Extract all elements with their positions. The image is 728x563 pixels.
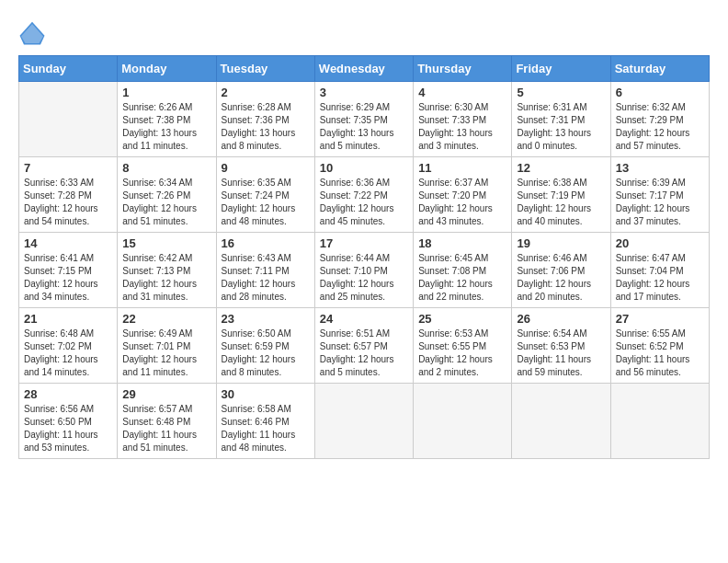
- day-number: 11: [418, 161, 506, 175]
- calendar-cell: 19Sunrise: 6:46 AM Sunset: 7:06 PM Dayli…: [512, 233, 610, 308]
- day-number: 19: [517, 236, 605, 250]
- calendar-cell: 30Sunrise: 6:58 AM Sunset: 6:46 PM Dayli…: [216, 384, 314, 459]
- day-info: Sunrise: 6:38 AM Sunset: 7:19 PM Dayligh…: [517, 177, 605, 228]
- calendar-cell: 17Sunrise: 6:44 AM Sunset: 7:10 PM Dayli…: [314, 233, 413, 308]
- day-number: 25: [418, 312, 506, 326]
- calendar-cell: 23Sunrise: 6:50 AM Sunset: 6:59 PM Dayli…: [216, 308, 314, 384]
- day-number: 16: [222, 236, 310, 250]
- day-number: 15: [122, 236, 210, 250]
- day-info: Sunrise: 6:32 AM Sunset: 7:29 PM Dayligh…: [616, 101, 704, 153]
- day-number: 17: [320, 236, 408, 250]
- calendar-cell: 1Sunrise: 6:26 AM Sunset: 7:38 PM Daylig…: [118, 82, 216, 157]
- day-info: Sunrise: 6:37 AM Sunset: 7:20 PM Dayligh…: [418, 177, 506, 228]
- day-number: 20: [616, 236, 704, 250]
- day-info: Sunrise: 6:33 AM Sunset: 7:28 PM Dayligh…: [24, 177, 112, 228]
- day-info: Sunrise: 6:26 AM Sunset: 7:38 PM Dayligh…: [122, 101, 210, 153]
- day-number: 18: [418, 236, 506, 250]
- day-header-sunday: Sunday: [19, 56, 118, 82]
- day-info: Sunrise: 6:53 AM Sunset: 6:55 PM Dayligh…: [418, 327, 506, 379]
- calendar-cell: 29Sunrise: 6:57 AM Sunset: 6:48 PM Dayli…: [118, 384, 216, 459]
- calendar-cell: 5Sunrise: 6:31 AM Sunset: 7:31 PM Daylig…: [512, 82, 610, 157]
- calendar-cell: 26Sunrise: 6:54 AM Sunset: 6:53 PM Dayli…: [512, 308, 610, 384]
- calendar-cell: 16Sunrise: 6:43 AM Sunset: 7:11 PM Dayli…: [216, 233, 314, 308]
- calendar-cell: 12Sunrise: 6:38 AM Sunset: 7:19 PM Dayli…: [512, 157, 610, 233]
- day-number: 21: [24, 312, 112, 326]
- calendar-cell: 10Sunrise: 6:36 AM Sunset: 7:22 PM Dayli…: [314, 157, 413, 233]
- calendar-cell: 7Sunrise: 6:33 AM Sunset: 7:28 PM Daylig…: [19, 157, 118, 233]
- day-info: Sunrise: 6:54 AM Sunset: 6:53 PM Dayligh…: [517, 327, 605, 379]
- day-info: Sunrise: 6:39 AM Sunset: 7:17 PM Dayligh…: [616, 177, 704, 228]
- page-header: [18, 18, 710, 46]
- calendar-cell: 25Sunrise: 6:53 AM Sunset: 6:55 PM Dayli…: [414, 308, 512, 384]
- day-header-wednesday: Wednesday: [314, 56, 413, 82]
- svg-marker-1: [21, 24, 43, 43]
- calendar-cell: 6Sunrise: 6:32 AM Sunset: 7:29 PM Daylig…: [610, 82, 709, 157]
- day-number: 3: [320, 86, 408, 99]
- day-number: 4: [418, 86, 506, 99]
- calendar-cell: [610, 384, 709, 459]
- calendar-cell: 4Sunrise: 6:30 AM Sunset: 7:33 PM Daylig…: [414, 82, 512, 157]
- day-info: Sunrise: 6:48 AM Sunset: 7:02 PM Dayligh…: [24, 327, 112, 379]
- day-number: 14: [24, 236, 112, 250]
- day-info: Sunrise: 6:42 AM Sunset: 7:13 PM Dayligh…: [122, 252, 210, 304]
- calendar-cell: 8Sunrise: 6:34 AM Sunset: 7:26 PM Daylig…: [118, 157, 216, 233]
- calendar-cell: 9Sunrise: 6:35 AM Sunset: 7:24 PM Daylig…: [216, 157, 314, 233]
- calendar-cell: 20Sunrise: 6:47 AM Sunset: 7:04 PM Dayli…: [610, 233, 709, 308]
- week-row-5: 28Sunrise: 6:56 AM Sunset: 6:50 PM Dayli…: [19, 384, 710, 459]
- day-number: 1: [122, 86, 210, 99]
- day-info: Sunrise: 6:51 AM Sunset: 6:57 PM Dayligh…: [320, 327, 408, 379]
- day-number: 22: [122, 312, 210, 326]
- logo-icon: [18, 18, 46, 46]
- day-info: Sunrise: 6:35 AM Sunset: 7:24 PM Dayligh…: [222, 177, 310, 228]
- day-info: Sunrise: 6:44 AM Sunset: 7:10 PM Dayligh…: [320, 252, 408, 304]
- day-header-monday: Monday: [118, 56, 216, 82]
- day-number: 13: [616, 161, 704, 175]
- days-header-row: SundayMondayTuesdayWednesdayThursdayFrid…: [19, 56, 710, 82]
- calendar-cell: 13Sunrise: 6:39 AM Sunset: 7:17 PM Dayli…: [610, 157, 709, 233]
- day-info: Sunrise: 6:31 AM Sunset: 7:31 PM Dayligh…: [517, 101, 605, 153]
- day-info: Sunrise: 6:30 AM Sunset: 7:33 PM Dayligh…: [418, 101, 506, 153]
- day-number: 12: [517, 161, 605, 175]
- day-header-friday: Friday: [512, 56, 610, 82]
- day-number: 30: [222, 387, 310, 401]
- day-number: 8: [122, 161, 210, 175]
- day-info: Sunrise: 6:58 AM Sunset: 6:46 PM Dayligh…: [222, 403, 310, 454]
- day-number: 29: [122, 387, 210, 401]
- logo: [18, 18, 51, 46]
- calendar-cell: [19, 82, 118, 157]
- day-number: 26: [517, 312, 605, 326]
- day-header-saturday: Saturday: [610, 56, 709, 82]
- day-info: Sunrise: 6:57 AM Sunset: 6:48 PM Dayligh…: [122, 403, 210, 454]
- calendar-cell: 14Sunrise: 6:41 AM Sunset: 7:15 PM Dayli…: [19, 233, 118, 308]
- calendar-cell: 2Sunrise: 6:28 AM Sunset: 7:36 PM Daylig…: [216, 82, 314, 157]
- day-info: Sunrise: 6:34 AM Sunset: 7:26 PM Dayligh…: [122, 177, 210, 228]
- day-number: 10: [320, 161, 408, 175]
- calendar-table: SundayMondayTuesdayWednesdayThursdayFrid…: [18, 55, 710, 459]
- day-number: 24: [320, 312, 408, 326]
- day-info: Sunrise: 6:41 AM Sunset: 7:15 PM Dayligh…: [24, 252, 112, 304]
- calendar-cell: 28Sunrise: 6:56 AM Sunset: 6:50 PM Dayli…: [19, 384, 118, 459]
- day-info: Sunrise: 6:36 AM Sunset: 7:22 PM Dayligh…: [320, 177, 408, 228]
- day-number: 2: [222, 86, 310, 99]
- day-number: 5: [517, 86, 605, 99]
- day-info: Sunrise: 6:50 AM Sunset: 6:59 PM Dayligh…: [222, 327, 310, 379]
- calendar-cell: 21Sunrise: 6:48 AM Sunset: 7:02 PM Dayli…: [19, 308, 118, 384]
- day-info: Sunrise: 6:47 AM Sunset: 7:04 PM Dayligh…: [616, 252, 704, 304]
- calendar-cell: 3Sunrise: 6:29 AM Sunset: 7:35 PM Daylig…: [314, 82, 413, 157]
- day-info: Sunrise: 6:55 AM Sunset: 6:52 PM Dayligh…: [616, 327, 704, 379]
- calendar-cell: 15Sunrise: 6:42 AM Sunset: 7:13 PM Dayli…: [118, 233, 216, 308]
- calendar-cell: 24Sunrise: 6:51 AM Sunset: 6:57 PM Dayli…: [314, 308, 413, 384]
- day-header-thursday: Thursday: [414, 56, 512, 82]
- calendar-cell: 22Sunrise: 6:49 AM Sunset: 7:01 PM Dayli…: [118, 308, 216, 384]
- week-row-2: 7Sunrise: 6:33 AM Sunset: 7:28 PM Daylig…: [19, 157, 710, 233]
- day-info: Sunrise: 6:46 AM Sunset: 7:06 PM Dayligh…: [517, 252, 605, 304]
- calendar-cell: 18Sunrise: 6:45 AM Sunset: 7:08 PM Dayli…: [414, 233, 512, 308]
- day-info: Sunrise: 6:49 AM Sunset: 7:01 PM Dayligh…: [122, 327, 210, 379]
- week-row-3: 14Sunrise: 6:41 AM Sunset: 7:15 PM Dayli…: [19, 233, 710, 308]
- day-number: 27: [616, 312, 704, 326]
- day-header-tuesday: Tuesday: [216, 56, 314, 82]
- day-number: 6: [616, 86, 704, 99]
- day-number: 7: [24, 161, 112, 175]
- calendar-cell: [314, 384, 413, 459]
- day-info: Sunrise: 6:56 AM Sunset: 6:50 PM Dayligh…: [24, 403, 112, 454]
